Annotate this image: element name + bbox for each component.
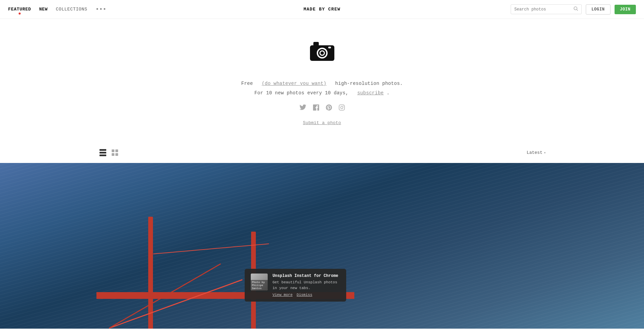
- search-box[interactable]: [511, 4, 582, 14]
- grid-view-icon: [112, 149, 118, 156]
- hero-section: Free (do whatever you want) high-resolut…: [0, 19, 644, 139]
- brand-logo[interactable]: MADE BY CREW: [304, 7, 340, 12]
- svg-point-11: [343, 106, 343, 107]
- nav-featured[interactable]: FEATURED: [8, 7, 31, 12]
- nav-left: FEATURED NEW COLLECTIONS •••: [8, 6, 106, 13]
- featured-photo: Photo by Philipe Santos Unsplash Instant…: [0, 163, 644, 329]
- new-label: NEW: [39, 7, 48, 12]
- svg-line-1: [577, 9, 578, 11]
- collections-label: COLLECTIONS: [56, 7, 87, 12]
- svg-point-0: [574, 7, 577, 10]
- popup-view-more-link[interactable]: View more: [272, 293, 292, 297]
- social-icons: [299, 104, 345, 112]
- popup-actions: View more Dismiss: [272, 293, 340, 297]
- instagram-icon[interactable]: [339, 104, 345, 112]
- search-icon: [574, 6, 578, 12]
- facebook-icon[interactable]: [313, 104, 319, 112]
- notification-popup: Photo by Philipe Santos Unsplash Instant…: [245, 269, 346, 302]
- join-button[interactable]: JOIN: [615, 5, 636, 14]
- header-actions: LOGIN JOIN: [511, 4, 636, 15]
- tagline-prefix: Free: [241, 81, 253, 86]
- submit-photo-link[interactable]: Submit a photo: [303, 120, 341, 125]
- view-toggle: [98, 148, 119, 158]
- nav-more[interactable]: •••: [95, 6, 106, 13]
- popup-dismiss-link[interactable]: Dismiss: [297, 293, 312, 297]
- pinterest-icon[interactable]: [326, 104, 332, 112]
- brand-name: MADE BY CREW: [304, 7, 340, 12]
- bridge-structure: [96, 180, 354, 329]
- list-view-button[interactable]: [98, 148, 108, 158]
- login-button[interactable]: LOGIN: [586, 4, 610, 15]
- svg-point-6: [320, 51, 324, 55]
- popup-body: Get beautiful Unsplash photos in your ne…: [272, 280, 340, 291]
- sort-dropdown[interactable]: Latest ▾: [527, 150, 546, 155]
- header: FEATURED NEW COLLECTIONS ••• MADE BY CRE…: [0, 0, 644, 19]
- photo-container: Photo by Philipe Santos Unsplash Instant…: [0, 163, 644, 329]
- hero-tagline: Free (do whatever you want) high-resolut…: [241, 79, 403, 98]
- svg-rect-7: [313, 42, 319, 46]
- popup-thumbnail: Photo by Philipe Santos: [251, 274, 268, 290]
- svg-rect-9: [339, 105, 345, 110]
- svg-rect-8: [328, 47, 331, 48]
- subscribe-prefix: For 10 new photos every 10 days,: [254, 90, 349, 96]
- search-input[interactable]: [514, 7, 572, 12]
- tagline-suffix: high-resolution photos.: [335, 81, 403, 86]
- twitter-icon[interactable]: [299, 104, 306, 112]
- bridge-diagonal-1: [109, 279, 242, 329]
- nav-new[interactable]: NEW: [39, 7, 48, 12]
- subscribe-suffix: .: [387, 90, 390, 96]
- popup-title: Unsplash Instant for Chrome: [272, 274, 340, 278]
- nav-collections[interactable]: COLLECTIONS: [56, 7, 87, 12]
- featured-label: FEATURED: [8, 7, 31, 12]
- camera-icon: [309, 39, 336, 69]
- view-controls: Latest ▾: [0, 142, 644, 163]
- more-icon: •••: [95, 6, 106, 13]
- popup-content: Unsplash Instant for Chrome Get beautifu…: [272, 274, 340, 297]
- featured-dot: [19, 13, 21, 15]
- svg-point-10: [340, 107, 343, 109]
- chevron-down-icon: ▾: [544, 151, 546, 155]
- subscribe-link[interactable]: subscribe: [357, 90, 384, 96]
- grid-view-button[interactable]: [110, 148, 119, 158]
- tagline-link[interactable]: (do whatever you want): [262, 81, 327, 86]
- popup-credit: Photo by Philipe Santos: [251, 280, 268, 290]
- sort-label: Latest: [527, 150, 542, 155]
- list-view-icon: [99, 149, 106, 156]
